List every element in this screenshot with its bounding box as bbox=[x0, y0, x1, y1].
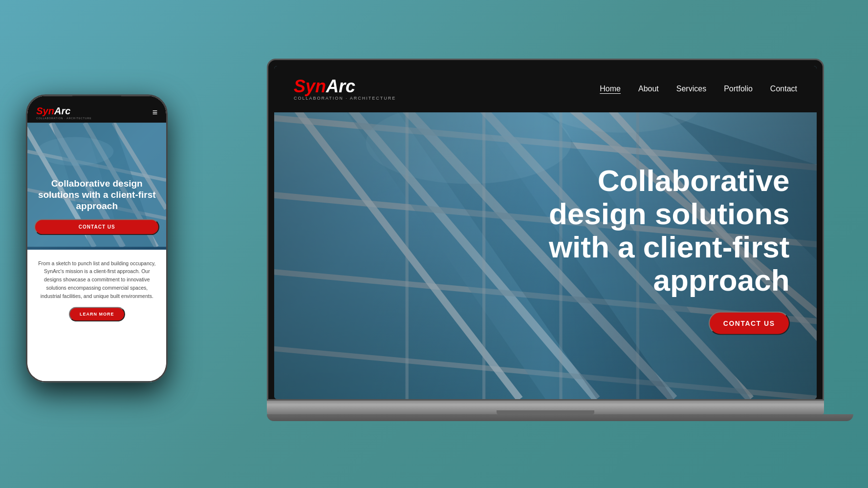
scene: SynArc COLLABORATION · ARCHITECTURE Home… bbox=[0, 0, 868, 488]
phone-logo-tagline: COLLABORATION · ARCHITECTURE bbox=[36, 117, 91, 120]
desktop-nav: SynArc COLLABORATION · ARCHITECTURE Home… bbox=[274, 66, 817, 112]
phone-body-description: From a sketch to punch list and building… bbox=[35, 259, 158, 300]
desktop-contact-us-button[interactable]: CONTACT US bbox=[709, 312, 790, 335]
phone-contact-us-button[interactable]: CONTACT US bbox=[34, 219, 159, 235]
phone-screen: SynArc COLLABORATION · ARCHITECTURE ≡ bbox=[27, 96, 166, 381]
phone-learn-more-button[interactable]: LEARN MORE bbox=[69, 307, 125, 322]
phone-hero-content: Collaborative design solutions with a cl… bbox=[34, 178, 159, 234]
phone-hero: Collaborative design solutions with a cl… bbox=[27, 123, 166, 250]
nav-link-portfolio[interactable]: Portfolio bbox=[724, 85, 753, 93]
desktop-logo: SynArc COLLABORATION · ARCHITECTURE bbox=[294, 78, 396, 101]
laptop-device: SynArc COLLABORATION · ARCHITECTURE Home… bbox=[267, 59, 824, 430]
phone-logo-syn: Syn bbox=[36, 106, 54, 116]
laptop-screen-outer: SynArc COLLABORATION · ARCHITECTURE Home… bbox=[267, 59, 824, 401]
phone-notch bbox=[72, 96, 121, 106]
nav-link-home[interactable]: Home bbox=[600, 85, 621, 93]
phone-device: SynArc COLLABORATION · ARCHITECTURE ≡ bbox=[26, 94, 168, 382]
phone-logo-arc: Arc bbox=[54, 106, 70, 116]
laptop-base bbox=[267, 401, 824, 414]
website-desktop: SynArc COLLABORATION · ARCHITECTURE Home… bbox=[274, 66, 817, 399]
phone-hero-title: Collaborative design solutions with a cl… bbox=[34, 178, 159, 212]
phone-outer: SynArc COLLABORATION · ARCHITECTURE ≡ bbox=[26, 94, 168, 382]
nav-link-contact[interactable]: Contact bbox=[770, 85, 797, 93]
phone-logo: SynArc COLLABORATION · ARCHITECTURE bbox=[36, 106, 91, 120]
nav-link-about[interactable]: About bbox=[638, 85, 659, 93]
desktop-nav-links: Home About Services Portfolio Contact bbox=[600, 85, 797, 93]
laptop-screen: SynArc COLLABORATION · ARCHITECTURE Home… bbox=[274, 66, 817, 399]
desktop-hero-content: Collaborative design solutions with a cl… bbox=[545, 164, 790, 335]
logo-syn: Syn bbox=[294, 76, 326, 96]
phone-body: From a sketch to punch list and building… bbox=[27, 250, 166, 381]
laptop-bezel: SynArc COLLABORATION · ARCHITECTURE Home… bbox=[268, 60, 823, 399]
laptop-stand bbox=[267, 414, 853, 421]
svg-point-30 bbox=[37, 137, 114, 166]
nav-link-services[interactable]: Services bbox=[676, 85, 706, 93]
logo-arc: Arc bbox=[326, 76, 355, 96]
logo-tagline: COLLABORATION · ARCHITECTURE bbox=[294, 96, 396, 101]
phone-website: SynArc COLLABORATION · ARCHITECTURE ≡ bbox=[27, 96, 166, 381]
desktop-hero-title: Collaborative design solutions with a cl… bbox=[545, 164, 790, 297]
hamburger-icon[interactable]: ≡ bbox=[152, 107, 158, 118]
